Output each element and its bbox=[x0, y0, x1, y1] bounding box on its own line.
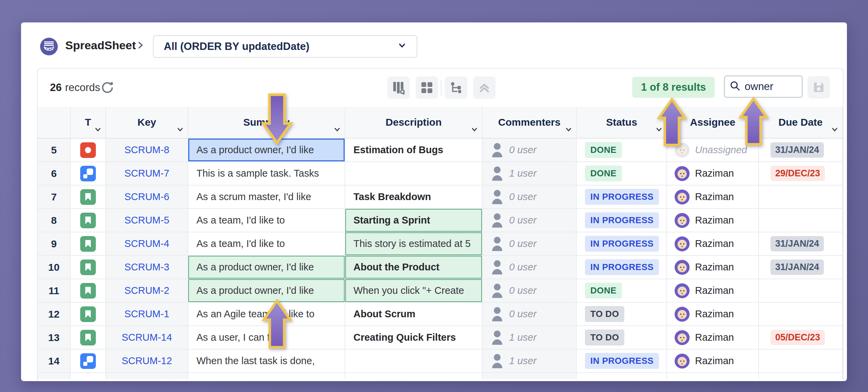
row-number[interactable]: 12 bbox=[38, 303, 71, 326]
due-date-cell[interactable] bbox=[759, 303, 843, 326]
issue-key-cell[interactable]: SCRUM-12 bbox=[106, 350, 188, 373]
due-date-cell[interactable] bbox=[759, 185, 843, 209]
issue-type-cell[interactable] bbox=[71, 279, 106, 303]
description-cell[interactable]: Estimation of Bugs bbox=[345, 139, 483, 162]
row-number[interactable]: 7 bbox=[38, 185, 71, 209]
column-header-commenters[interactable]: Commenters bbox=[483, 107, 577, 139]
search-box[interactable] bbox=[724, 75, 803, 98]
issue-key-cell[interactable]: SCRUM-14 bbox=[106, 326, 188, 350]
issue-type-cell[interactable] bbox=[71, 350, 106, 373]
commenters-cell[interactable]: 0 user bbox=[483, 279, 577, 303]
description-cell[interactable]: Creating Quick Filters bbox=[345, 326, 483, 350]
hierarchy-view-button[interactable] bbox=[445, 76, 467, 99]
commenters-cell[interactable]: 0 user bbox=[483, 303, 577, 326]
due-date-cell[interactable]: 31/JAN/24 bbox=[759, 232, 843, 256]
due-date-cell[interactable]: 29/DEC/23 bbox=[759, 162, 843, 185]
collapse-all-button[interactable] bbox=[473, 76, 496, 99]
status-cell[interactable]: IN PROGRESS bbox=[577, 256, 667, 279]
summary-cell[interactable]: This is a sample task. Tasks bbox=[188, 162, 345, 185]
chevron-down-icon[interactable] bbox=[334, 124, 341, 135]
chevron-down-icon[interactable] bbox=[471, 124, 478, 135]
row-number[interactable]: 8 bbox=[38, 209, 71, 232]
due-date-cell[interactable] bbox=[759, 209, 843, 232]
summary-cell[interactable]: When the last task is done, bbox=[188, 350, 345, 373]
description-cell[interactable] bbox=[345, 350, 483, 373]
column-header-key[interactable]: Key bbox=[106, 107, 188, 139]
issue-key-cell[interactable]: SCRUM-2 bbox=[106, 279, 188, 303]
description-cell[interactable]: About Scrum bbox=[345, 303, 483, 326]
chevron-down-icon[interactable] bbox=[94, 124, 101, 135]
description-cell[interactable]: Task Breakdown bbox=[345, 185, 483, 209]
summary-cell[interactable]: As a scrum master, I'd like bbox=[188, 185, 345, 209]
issue-key-link[interactable]: SCRUM-1 bbox=[124, 308, 169, 320]
description-cell[interactable]: About the Product bbox=[345, 256, 483, 279]
issue-type-cell[interactable] bbox=[71, 303, 106, 326]
save-filter-button[interactable] bbox=[808, 76, 830, 99]
assignee-cell[interactable]: Raziman bbox=[667, 350, 759, 373]
issue-key-link[interactable]: SCRUM-7 bbox=[124, 168, 169, 179]
status-cell[interactable]: DONE bbox=[577, 139, 667, 162]
assignee-cell[interactable]: Raziman bbox=[667, 256, 759, 279]
issue-key-link[interactable]: SCRUM-5 bbox=[124, 215, 169, 226]
description-cell[interactable]: When you click "+ Create bbox=[345, 279, 483, 303]
issue-key-link[interactable]: SCRUM-4 bbox=[124, 238, 169, 249]
due-date-cell[interactable] bbox=[759, 350, 843, 373]
issue-type-cell[interactable] bbox=[71, 139, 106, 162]
assignee-cell[interactable]: Raziman bbox=[667, 326, 759, 350]
issue-type-cell[interactable] bbox=[71, 232, 106, 256]
summary-cell[interactable]: As a team, I'd like to bbox=[188, 232, 345, 256]
search-input[interactable] bbox=[744, 80, 789, 93]
row-number[interactable]: 6 bbox=[38, 162, 71, 185]
description-cell[interactable]: This story is estimated at 5 bbox=[345, 232, 483, 256]
column-header-type[interactable]: T bbox=[71, 107, 106, 139]
due-date-cell[interactable]: 31/JAN/24 bbox=[759, 256, 843, 279]
issue-key-link[interactable]: SCRUM-3 bbox=[124, 262, 169, 273]
commenters-cell[interactable]: 0 user bbox=[483, 232, 577, 256]
refresh-button[interactable] bbox=[100, 80, 115, 96]
issue-key-cell[interactable]: SCRUM-3 bbox=[106, 256, 188, 279]
row-number[interactable]: 5 bbox=[38, 139, 71, 162]
status-cell[interactable]: IN PROGRESS bbox=[577, 185, 667, 209]
assignee-cell[interactable]: Raziman bbox=[667, 232, 759, 256]
issue-key-cell[interactable]: SCRUM-5 bbox=[106, 209, 188, 232]
status-cell[interactable]: IN PROGRESS bbox=[577, 350, 667, 373]
issue-key-cell[interactable]: SCRUM-6 bbox=[106, 185, 188, 209]
issue-key-cell[interactable]: SCRUM-4 bbox=[106, 232, 188, 256]
due-date-cell[interactable] bbox=[759, 279, 843, 303]
status-cell[interactable]: DONE bbox=[577, 279, 667, 303]
column-header-status[interactable]: Status bbox=[577, 107, 667, 139]
commenters-cell[interactable]: 0 user bbox=[483, 185, 577, 209]
commenters-cell[interactable]: 1 user bbox=[483, 162, 577, 185]
commenters-cell[interactable]: 0 user bbox=[483, 139, 577, 162]
due-date-cell[interactable]: 05/DEC/23 bbox=[759, 326, 843, 350]
row-number[interactable]: 14 bbox=[38, 350, 71, 373]
commenters-cell[interactable]: 1 user bbox=[483, 350, 577, 373]
summary-cell[interactable]: As a team, I'd like to bbox=[188, 209, 345, 232]
assignee-cell[interactable]: Raziman bbox=[667, 185, 759, 209]
row-number[interactable]: 9 bbox=[38, 232, 71, 256]
issue-key-cell[interactable]: SCRUM-8 bbox=[106, 139, 188, 162]
issue-type-cell[interactable] bbox=[71, 256, 106, 279]
column-settings-button[interactable] bbox=[387, 76, 410, 99]
issue-type-cell[interactable] bbox=[71, 185, 106, 209]
issue-key-link[interactable]: SCRUM-2 bbox=[124, 285, 169, 296]
description-cell[interactable] bbox=[345, 162, 483, 185]
commenters-cell[interactable]: 0 user bbox=[483, 209, 577, 232]
description-cell[interactable]: Starting a Sprint bbox=[345, 209, 483, 232]
chevron-down-icon[interactable] bbox=[831, 124, 838, 135]
status-cell[interactable]: IN PROGRESS bbox=[577, 209, 667, 232]
commenters-cell[interactable]: 0 user bbox=[483, 256, 577, 279]
issue-type-cell[interactable] bbox=[71, 162, 106, 185]
chevron-down-icon[interactable] bbox=[565, 124, 572, 135]
row-number[interactable]: 10 bbox=[38, 256, 71, 279]
status-cell[interactable]: IN PROGRESS bbox=[577, 232, 667, 256]
status-cell[interactable]: DONE bbox=[577, 162, 667, 185]
column-header-description[interactable]: Description bbox=[345, 107, 483, 139]
issue-type-cell[interactable] bbox=[71, 209, 106, 232]
summary-cell[interactable]: As a product owner, I'd like bbox=[188, 256, 345, 279]
issue-key-link[interactable]: SCRUM-6 bbox=[124, 191, 169, 202]
assignee-cell[interactable]: Raziman bbox=[667, 279, 759, 303]
commenters-cell[interactable]: 1 user bbox=[483, 326, 577, 350]
saved-filter-dropdown[interactable]: All (ORDER BY updatedDate) bbox=[153, 35, 417, 58]
issue-key-link[interactable]: SCRUM-14 bbox=[122, 332, 172, 343]
